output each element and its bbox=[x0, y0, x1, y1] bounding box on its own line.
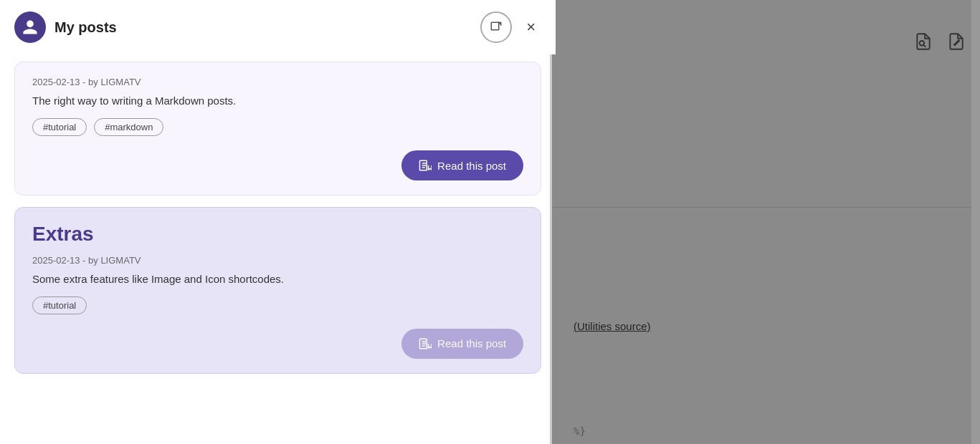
template-text: %} bbox=[574, 425, 586, 437]
modal-title: My posts bbox=[54, 19, 472, 36]
svg-line-4 bbox=[924, 45, 926, 47]
post-title-2: Extras bbox=[32, 222, 523, 246]
external-link-icon bbox=[490, 21, 503, 34]
read-icon-1 bbox=[419, 159, 432, 172]
right-panel: (Utilities source) %} bbox=[552, 0, 980, 444]
post-card-2: Extras 2025-02-13 - by LIGMATV Some extr… bbox=[14, 207, 541, 374]
avatar bbox=[14, 11, 46, 43]
close-button[interactable]: × bbox=[520, 15, 541, 39]
post-meta-1: 2025-02-13 - by LIGMATV bbox=[32, 77, 523, 87]
utilities-source-link[interactable]: (Utilities source) bbox=[574, 320, 651, 332]
file-search-icon[interactable] bbox=[914, 32, 933, 51]
tag-tutorial-1[interactable]: #tutorial bbox=[32, 118, 87, 136]
read-post-button-1[interactable]: Read this post bbox=[401, 150, 523, 180]
read-post-button-2[interactable]: Read this post bbox=[401, 329, 523, 359]
file-edit-icon[interactable] bbox=[947, 32, 966, 51]
post-description-1: The right way to writing a Markdown post… bbox=[32, 95, 523, 107]
tag-markdown-1[interactable]: #markdown bbox=[94, 118, 163, 136]
posts-container: 2025-02-13 - by LIGMATV The right way to… bbox=[0, 54, 556, 400]
svg-rect-0 bbox=[491, 22, 499, 30]
tag-tutorial-2[interactable]: #tutorial bbox=[32, 296, 87, 314]
modal-header: My posts × bbox=[0, 0, 556, 54]
right-panel-top bbox=[552, 0, 980, 208]
post-card-1: 2025-02-13 - by LIGMATV The right way to… bbox=[14, 62, 541, 196]
tags-row-1: #tutorial #markdown bbox=[32, 118, 523, 136]
read-icon-2 bbox=[419, 337, 432, 350]
right-panel-bottom: (Utilities source) bbox=[552, 208, 980, 444]
scrollbar[interactable] bbox=[971, 0, 980, 444]
post-meta-2: 2025-02-13 - by LIGMATV bbox=[32, 255, 523, 266]
modal-panel: My posts × 2025-02-13 - by LIGMATV The r… bbox=[0, 0, 556, 444]
tags-row-2: #tutorial bbox=[32, 296, 523, 314]
open-external-button[interactable] bbox=[480, 11, 512, 43]
svg-point-3 bbox=[920, 41, 925, 45]
user-icon bbox=[22, 19, 39, 36]
post-description-2: Some extra features like Image and Icon … bbox=[32, 273, 523, 285]
